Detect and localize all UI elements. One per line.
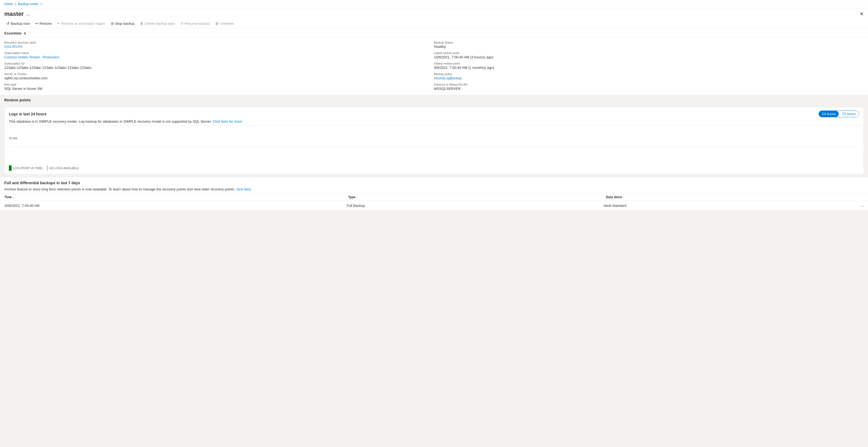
essentials-field-vault: Recovery services vault CH1-RV-Pri xyxy=(4,41,434,49)
essentials-field-instance: Instance or AlwaysOn AG MSSQLSERVER xyxy=(434,83,864,91)
logs-info-link[interactable]: Click here for more xyxy=(213,119,242,123)
restore-secondary-label: Restore to secondary region xyxy=(61,22,105,26)
row-more-button[interactable]: ... xyxy=(860,203,864,208)
full-backups-notice-link[interactable]: click here. xyxy=(236,187,252,191)
table-row: 10/8/2021, 7:00:40 AM Full Backup Vault-… xyxy=(0,201,868,210)
timeline-area: 30 AM xyxy=(5,126,863,163)
logs-info-text: This database is in SIMPLE recovery mode… xyxy=(5,119,863,126)
time-toggle: 24 hours 72 hours xyxy=(818,111,859,117)
full-backups-notice-text: Archive feature to store long term reten… xyxy=(4,187,235,191)
backup-now-icon: ↺ xyxy=(6,21,10,26)
page-header: master ... ✕ xyxy=(0,8,868,19)
essentials-field-backup-policy: Backup policy HourlyLogBackup xyxy=(434,72,864,80)
essentials-value-vault[interactable]: CH1-RV-Pri xyxy=(4,44,434,49)
table-col-type[interactable]: Type ↕ xyxy=(348,195,606,199)
essentials-label-backup-status: Backup Status xyxy=(434,41,864,44)
table-cell-type: Full Backup xyxy=(347,204,603,208)
essentials-field-sub-name: Subscription name Contoso Hotels Tenant … xyxy=(4,51,434,59)
backup-now-button[interactable]: ↺ Backup now xyxy=(4,20,32,27)
sort-icon-datastore: ↕ xyxy=(623,196,624,199)
essentials-value-sub-id: 123abc-123abc-123abc-123abc-123abc-123ab… xyxy=(4,66,434,70)
restore-label: Restore xyxy=(39,22,52,26)
sort-icon-time: ↕ xyxy=(13,196,14,199)
resume-backup-label: Resume backup xyxy=(184,22,210,26)
restore-points-section: Restore points Logs in last 24 hours 24 … xyxy=(0,95,868,210)
essentials-header: Essentials ∧ xyxy=(0,29,868,38)
legend-dot-green xyxy=(9,166,11,171)
undelete-icon: 🗑 xyxy=(215,21,219,26)
logs-info-message: This database is in SIMPLE recovery mode… xyxy=(9,119,212,123)
delete-backup-label: Delete backup data xyxy=(145,22,175,26)
essentials-field-sub-id: Subscription ID 123abc-123abc-123abc-123… xyxy=(4,62,434,70)
delete-backup-icon: 🗑 xyxy=(140,21,144,26)
essentials-value-backup-policy[interactable]: HourlyLogBackup xyxy=(434,76,864,80)
breadcrumb-sep1: > xyxy=(14,2,17,6)
logs-card: Logs in last 24 hours 24 hours 72 hours … xyxy=(4,107,864,174)
essentials-field-backup-status: Backup Status Healthy xyxy=(434,41,864,49)
essentials-field-item-type: Item type SQL Server in Azure VM xyxy=(4,83,434,91)
essentials-label-item-type: Item type xyxy=(4,83,434,86)
restore-button[interactable]: ↩ Restore xyxy=(33,20,54,27)
stop-backup-label: Stop backup xyxy=(115,22,134,26)
full-backups-section: Full and differential backups in last 7 … xyxy=(0,178,868,210)
stop-backup-icon: ⊘ xyxy=(111,21,114,26)
full-backups-header: Full and differential backups in last 7 … xyxy=(0,178,868,187)
more-options-icon[interactable]: ... xyxy=(26,11,30,17)
table-header: Time ↕ Type ↕ Data Store ↕ xyxy=(0,193,868,201)
undelete-button[interactable]: 🗑 Undelete xyxy=(213,20,236,27)
stop-backup-button[interactable]: ⊘ Stop backup xyxy=(108,20,136,27)
restore-secondary-icon: ↩ xyxy=(57,21,60,26)
resume-backup-button[interactable]: ↺ Resume backup xyxy=(178,20,212,27)
table-col-type-label: Type xyxy=(348,195,355,199)
essentials-label-latest-restore: Latest restore point xyxy=(434,51,864,55)
restore-points-header: Restore points xyxy=(0,95,868,105)
legend-label-log: LOG (POINT IN TIME) xyxy=(13,167,43,170)
table-cell-datastore: Vault-Standard xyxy=(603,204,860,208)
restore-points-label: Restore points xyxy=(4,98,31,102)
essentials-body: Recovery services vault CH1-RV-Pri Subsc… xyxy=(0,38,868,95)
essentials-value-sub-name[interactable]: Contoso Hotels Tenant - Production xyxy=(4,55,434,59)
time-toggle-24h[interactable]: 24 hours xyxy=(819,111,839,117)
essentials-value-instance: MSSQLSERVER xyxy=(434,87,864,91)
table-col-datastore[interactable]: Data Store ↕ xyxy=(606,195,864,199)
essentials-value-latest-restore: 10/8/2021, 7:00:40 AM (3 hour(s) ago) xyxy=(434,55,864,59)
essentials-label-sub-id: Subscription ID xyxy=(4,62,434,65)
close-icon[interactable]: ✕ xyxy=(860,11,864,17)
essentials-label: Essentials xyxy=(4,31,22,35)
time-toggle-72h[interactable]: 72 hours xyxy=(839,111,859,117)
backup-now-label: Backup now xyxy=(11,22,30,26)
essentials-label-vault: Recovery services vault xyxy=(4,41,434,44)
essentials-label-instance: Instance or AlwaysOn AG xyxy=(434,83,864,86)
legend-label-no-logs: NO LOGS AVAILABLE xyxy=(49,167,79,170)
table-cell-time: 10/8/2021, 7:00:40 AM xyxy=(4,204,347,208)
essentials-value-backup-status: Healthy xyxy=(434,44,864,49)
logs-card-title: Logs in last 24 hours xyxy=(9,112,46,116)
full-backups-title: Full and differential backups in last 7 … xyxy=(4,181,80,185)
resume-backup-icon: ↺ xyxy=(180,21,183,26)
essentials-right-col: Backup Status Healthy Latest restore poi… xyxy=(434,41,864,91)
toolbar: ↺ Backup now ↩ Restore ↩ Restore to seco… xyxy=(0,19,868,29)
table-col-time-label: Time xyxy=(4,195,12,199)
breadcrumb-sep2: > xyxy=(40,2,42,6)
essentials-label-oldest-restore: Oldest restore point xyxy=(434,62,864,65)
breadcrumb-backup-center[interactable]: Backup center xyxy=(18,2,39,6)
essentials-label-backup-policy: Backup policy xyxy=(434,72,864,76)
essentials-value-item-type: SQL Server in Azure VM xyxy=(4,87,434,91)
full-backups-notice: Archive feature to store long term reten… xyxy=(0,187,868,193)
legend-row: LOG (POINT IN TIME) NO LOGS AVAILABLE xyxy=(5,163,863,174)
breadcrumb: Home > Backup center > xyxy=(0,0,868,8)
essentials-toggle-icon[interactable]: ∧ xyxy=(24,31,26,35)
legend-item-no-logs: NO LOGS AVAILABLE xyxy=(47,166,79,171)
restore-icon: ↩ xyxy=(35,21,38,26)
legend-dot-gray xyxy=(47,166,48,171)
breadcrumb-home[interactable]: Home xyxy=(4,2,13,6)
table-col-time[interactable]: Time ↕ xyxy=(4,195,348,199)
essentials-field-latest-restore: Latest restore point 10/8/2021, 7:00:40 … xyxy=(434,51,864,59)
essentials-left-col: Recovery services vault CH1-RV-Pri Subsc… xyxy=(4,41,434,91)
restore-secondary-button[interactable]: ↩ Restore to secondary region xyxy=(55,20,107,27)
page-title: master xyxy=(4,10,24,18)
essentials-field-oldest-restore: Oldest restore point 9/8/2021, 7:00:40 A… xyxy=(434,62,864,70)
essentials-value-oldest-restore: 9/8/2021, 7:00:40 AM (1 month(s) ago) xyxy=(434,66,864,70)
delete-backup-data-button[interactable]: 🗑 Delete backup data xyxy=(138,20,177,27)
legend-item-log: LOG (POINT IN TIME) xyxy=(9,166,43,171)
